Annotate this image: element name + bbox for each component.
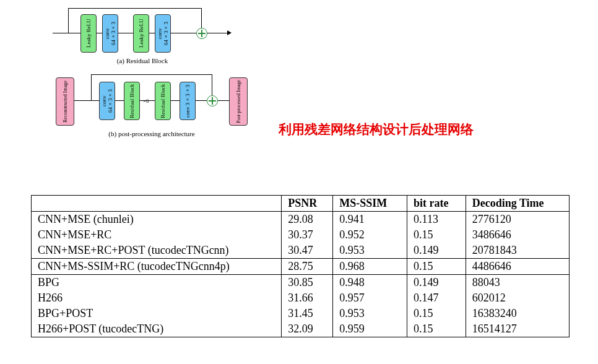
table-cell: 30.47 xyxy=(282,243,333,259)
table-header: Decoding Time xyxy=(466,196,569,212)
add-icon xyxy=(196,28,207,39)
table-cell: CNN+MS-SSIM+RC (tucodecTNGcnn4p) xyxy=(32,259,282,275)
table-cell: 32.09 xyxy=(282,321,333,337)
table-cell: 0.952 xyxy=(333,227,407,243)
table-header: PSNR xyxy=(282,196,333,212)
table-cell: 0.953 xyxy=(333,306,407,321)
table-header: MS-SSIM xyxy=(333,196,407,212)
table-cell: H266 xyxy=(32,290,282,306)
table-cell: 2776120 xyxy=(466,212,569,228)
diagram-b-caption: (b) post-processing architecture xyxy=(53,130,251,137)
leaky-relu-block: Leaky ReLU xyxy=(80,14,97,53)
residual-block: Residual Block xyxy=(155,82,171,120)
table-cell: 0.149 xyxy=(407,275,466,291)
table-cell: 28.75 xyxy=(282,259,333,275)
table-cell: 0.15 xyxy=(407,227,466,243)
table-cell: 31.66 xyxy=(282,290,333,306)
table-cell: 0.953 xyxy=(333,243,407,259)
reconstructed-image-block: Reconstructed Image xyxy=(56,77,74,126)
table-cell: 29.08 xyxy=(282,212,333,228)
table-header xyxy=(32,196,282,212)
table-cell: BPG xyxy=(32,275,282,291)
table-cell: 0.147 xyxy=(407,290,466,306)
table-cell: 0.941 xyxy=(333,212,407,228)
results-table: PSNRMS-SSIMbit rateDecoding TimeCNN+MSE … xyxy=(31,195,570,337)
table-cell: 0.149 xyxy=(407,243,466,259)
leaky-relu-block: Leaky ReLU xyxy=(133,14,149,53)
table-cell: 0.113 xyxy=(407,212,466,228)
table-row: BPG30.850.9480.14988043 xyxy=(32,275,570,291)
diagram-area: Leaky ReLU conv 64×3×3 Leaky ReLU conv 6… xyxy=(53,3,251,142)
table-cell: 3486646 xyxy=(466,227,569,243)
table-cell: 30.37 xyxy=(282,227,333,243)
table-cell: 0.957 xyxy=(333,290,407,306)
table-cell: BPG+POST xyxy=(32,306,282,321)
post-processing-diagram: Reconstructed Image conv 64×3×3 Residual… xyxy=(53,68,251,142)
table-cell: 0.15 xyxy=(407,259,466,275)
table-cell: 0.15 xyxy=(407,306,466,321)
table-row: CNN+MSE (chunlei)29.080.9410.1132776120 xyxy=(32,212,570,228)
post-processed-image-block: Post-processed Image xyxy=(229,77,248,126)
table-cell: 16514127 xyxy=(466,321,569,337)
conv-block: conv 64×3×3 xyxy=(102,14,118,53)
table-row: H26631.660.9570.147602012 xyxy=(32,290,570,306)
table-cell: 20781843 xyxy=(466,243,569,259)
table-cell: H266+POST (tucodecTNG) xyxy=(32,321,282,337)
diagram-a-caption: (a) Residual Block xyxy=(53,57,232,64)
table-row: H266+POST (tucodecTNG)32.090.9590.151651… xyxy=(32,321,570,337)
table-cell: 0.968 xyxy=(333,259,407,275)
table-cell: 0.15 xyxy=(407,321,466,337)
table-row: CNN+MSE+RC30.370.9520.153486646 xyxy=(32,227,570,243)
conv-block: conv 64×3×3 xyxy=(155,14,171,53)
table-cell: 602012 xyxy=(466,290,569,306)
table-cell: CNN+MSE (chunlei) xyxy=(32,212,282,228)
table-cell: 4486646 xyxy=(466,259,569,275)
table-cell: 0.948 xyxy=(333,275,407,291)
residual-block: Residual Block xyxy=(124,82,140,120)
annotation-text: 利用残差网络结构设计后处理网络 xyxy=(279,121,474,138)
table-cell: 16383240 xyxy=(466,306,569,321)
table-cell: 0.959 xyxy=(333,321,407,337)
add-icon xyxy=(207,95,218,106)
table-cell: 31.45 xyxy=(282,306,333,321)
residual-block-diagram: Leaky ReLU conv 64×3×3 Leaky ReLU conv 6… xyxy=(53,3,251,65)
table-row: CNN+MSE+RC+POST (tucodecTNGcnn)30.470.95… xyxy=(32,243,570,259)
table-cell: 88043 xyxy=(466,275,569,291)
table-cell: CNN+MSE+RC+POST (tucodecTNGcnn) xyxy=(32,243,282,259)
conv-block: conv 3×3×3 xyxy=(180,82,196,120)
table-cell: CNN+MSE+RC xyxy=(32,227,282,243)
table-header: bit rate xyxy=(407,196,466,212)
conv-block: conv 64×3×3 xyxy=(99,82,115,120)
table-row: CNN+MS-SSIM+RC (tucodecTNGcnn4p)28.750.9… xyxy=(32,259,570,275)
multiplier-label: ×6 xyxy=(143,98,149,104)
table-cell: 30.85 xyxy=(282,275,333,291)
table-row: BPG+POST31.450.9530.1516383240 xyxy=(32,306,570,321)
